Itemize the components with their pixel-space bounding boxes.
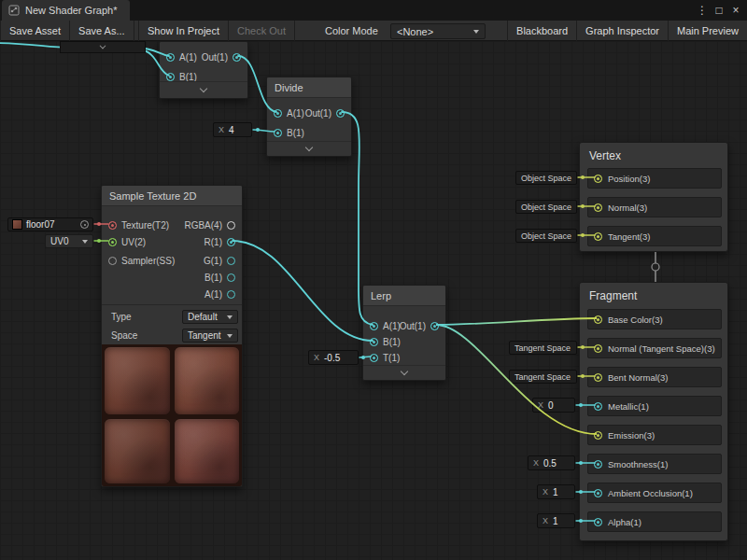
- port-input-a[interactable]: [166, 53, 175, 62]
- divide-b-value-field[interactable]: X 4: [213, 122, 252, 137]
- lerp-t-value-field[interactable]: X -0.5: [308, 350, 359, 365]
- port-bent-normal[interactable]: [594, 373, 602, 382]
- port-smoothness[interactable]: [594, 460, 602, 469]
- port-output[interactable]: [233, 53, 241, 62]
- smoothness-value-field[interactable]: X 0.5: [528, 455, 575, 470]
- node-title[interactable]: Divide: [267, 77, 351, 98]
- block-row-position[interactable]: Position(3): [587, 168, 722, 189]
- port-output[interactable]: [430, 322, 439, 330]
- lerp-node[interactable]: Lerp A(1) Out(1) B(1) T(1): [362, 285, 446, 381]
- port-output-r[interactable]: [227, 238, 235, 246]
- port-input-a[interactable]: [370, 322, 378, 330]
- port-input-uv[interactable]: [108, 238, 117, 246]
- alpha-value-field[interactable]: X 1: [537, 513, 575, 528]
- field-value[interactable]: 1: [553, 487, 558, 497]
- block-row-base-color[interactable]: Base Color(3): [587, 309, 722, 329]
- field-value[interactable]: 0.5: [543, 458, 557, 469]
- node-collapse-strip[interactable]: [267, 141, 351, 156]
- normal-space-selector[interactable]: Tangent Space: [509, 341, 577, 355]
- collapsed-node[interactable]: [60, 41, 146, 53]
- uv-channel-dropdown[interactable]: UV0: [45, 234, 93, 248]
- node-collapse-strip[interactable]: [160, 81, 247, 98]
- block-row-smoothness[interactable]: Smoothness(1): [587, 454, 722, 474]
- port-input-a[interactable]: [274, 109, 282, 118]
- window-close-icon[interactable]: ×: [728, 0, 743, 21]
- space-dropdown[interactable]: Tangent: [182, 329, 238, 343]
- node-collapse-strip[interactable]: [363, 365, 445, 380]
- divide-node[interactable]: Divide A(1) Out(1) B(1): [266, 77, 352, 157]
- texture-tile: [175, 347, 240, 414]
- window-menu-icon[interactable]: ⋮: [695, 0, 710, 21]
- graph-inspector-button[interactable]: Graph Inspector: [577, 21, 669, 41]
- block-row-metallic[interactable]: Metallic(1): [587, 396, 722, 416]
- chevron-down-icon[interactable]: [100, 42, 106, 49]
- add-node[interactable]: A(1) Out(1) B(1): [159, 41, 248, 99]
- color-mode-value: <None>: [397, 26, 433, 37]
- chevron-down-icon: [401, 368, 408, 375]
- port-position[interactable]: [594, 175, 602, 183]
- bent-normal-space-selector[interactable]: Tangent Space: [509, 370, 577, 384]
- field-value[interactable]: 4: [229, 125, 234, 135]
- port-normal[interactable]: [594, 203, 602, 212]
- port-tangent[interactable]: [594, 232, 602, 241]
- port-metallic[interactable]: [594, 402, 602, 411]
- block-row-ambient-occlusion[interactable]: Ambient Occlusion(1): [587, 483, 722, 503]
- field-value[interactable]: 0: [548, 400, 554, 411]
- block-row-normal[interactable]: Normal(3): [587, 197, 722, 217]
- node-title[interactable]: Sample Texture 2D: [102, 186, 242, 206]
- port-output-g[interactable]: [227, 257, 235, 265]
- block-row-tangent[interactable]: Tangent(3): [587, 226, 722, 246]
- position-space-selector[interactable]: Object Space: [515, 171, 577, 185]
- texture-object-field[interactable]: floor07: [7, 217, 93, 231]
- block-row-bent-normal[interactable]: Bent Normal(3): [587, 367, 722, 387]
- tangent-space-selector[interactable]: Object Space: [515, 229, 577, 243]
- port-base-color[interactable]: [594, 315, 602, 324]
- port-input-b[interactable]: [274, 129, 282, 137]
- texture-tile: [175, 419, 240, 483]
- port-normal-tangent-space[interactable]: [594, 344, 602, 353]
- color-mode-dropdown[interactable]: <None>: [390, 23, 486, 39]
- port-input-t[interactable]: [370, 354, 378, 362]
- port-input-sampler[interactable]: [108, 257, 117, 265]
- port-label: Out(1): [400, 321, 426, 331]
- node-title[interactable]: Lerp: [363, 286, 445, 306]
- block-row-normal-ts[interactable]: Normal (Tangent Space)(3): [587, 338, 722, 358]
- window-maximize-icon[interactable]: □: [712, 0, 726, 21]
- port-alpha[interactable]: [594, 518, 602, 526]
- sample-texture-2d-node[interactable]: Sample Texture 2D Texture(T2) RGBA(4) UV…: [101, 185, 243, 487]
- port-emission[interactable]: [594, 431, 602, 440]
- port-ambient-occlusion[interactable]: [594, 489, 602, 497]
- port-output-rgba[interactable]: [227, 221, 235, 230]
- normal-space-selector[interactable]: Object Space: [515, 200, 577, 214]
- port-input-texture[interactable]: [108, 221, 117, 230]
- row-label: Alpha(1): [608, 517, 641, 527]
- port-label: G(1): [204, 256, 222, 266]
- port-label: A(1): [287, 108, 304, 119]
- block-row-emission[interactable]: Emission(3): [587, 425, 722, 445]
- port-output-b[interactable]: [227, 273, 235, 282]
- main-preview-button[interactable]: Main Preview: [669, 21, 747, 41]
- ambient-occlusion-value-field[interactable]: X 1: [537, 484, 575, 499]
- row-label: Metallic(1): [608, 401, 649, 412]
- block-row-alpha[interactable]: Alpha(1): [587, 511, 722, 532]
- port-output-a[interactable]: [227, 290, 235, 299]
- object-picker-icon[interactable]: [80, 220, 89, 229]
- graph-tab[interactable]: New Shader Graph*: [2, 0, 130, 21]
- show-in-project-button[interactable]: Show In Project: [139, 21, 229, 41]
- fragment-block[interactable]: Fragment Base Color(3) Normal (Tangent S…: [579, 282, 728, 541]
- metallic-value-field[interactable]: X 0: [532, 398, 575, 413]
- port-input-b[interactable]: [166, 73, 175, 81]
- row-label: Position(3): [608, 174, 650, 184]
- row-label: Base Color(3): [608, 315, 663, 325]
- save-asset-button[interactable]: Save Asset: [1, 21, 70, 41]
- port-output[interactable]: [336, 109, 345, 118]
- blackboard-button[interactable]: Blackboard: [508, 21, 577, 41]
- chevron-down-icon: [305, 144, 313, 151]
- type-dropdown[interactable]: Default: [182, 310, 238, 324]
- save-as-button[interactable]: Save As...: [70, 21, 134, 41]
- vertex-block[interactable]: Vertex Position(3) Normal(3) Tangent(3): [579, 142, 728, 252]
- block-title: Fragment: [580, 283, 727, 302]
- field-value[interactable]: 1: [553, 516, 558, 526]
- field-value[interactable]: -0.5: [324, 353, 340, 363]
- port-input-b[interactable]: [370, 338, 378, 346]
